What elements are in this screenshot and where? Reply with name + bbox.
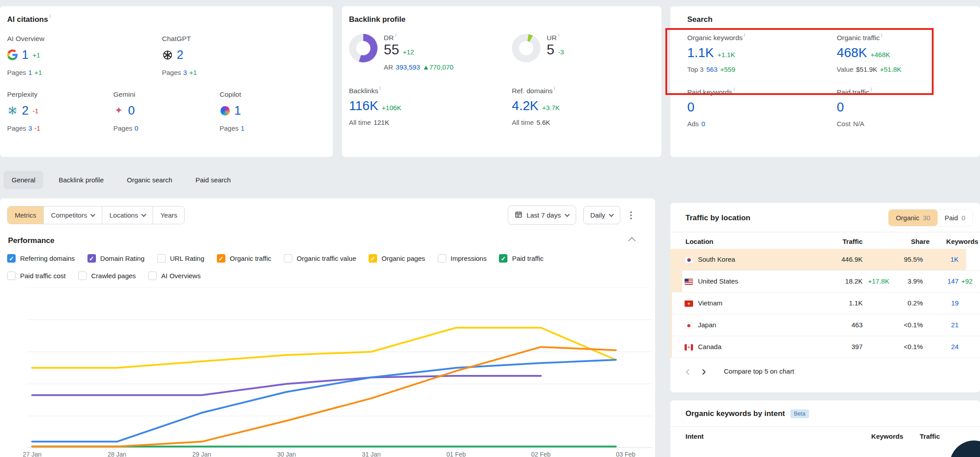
- backlinks-block: Backlinksi 116K+106K All time121K: [349, 87, 512, 126]
- dr-donut-chart: [349, 34, 378, 62]
- flag-south-korea-icon: [685, 257, 693, 263]
- ads-count[interactable]: 0: [702, 120, 705, 128]
- ur-value: 5: [547, 42, 554, 58]
- locations-filter-button[interactable]: Locations: [102, 206, 153, 224]
- metric-toggles-row1: Referring domains Domain Rating URL Rati…: [7, 254, 648, 263]
- info-icon[interactable]: i: [558, 32, 559, 37]
- pages-count[interactable]: 0: [135, 124, 138, 132]
- checkbox-icon: [438, 254, 446, 263]
- info-icon[interactable]: i: [379, 85, 380, 91]
- ai-overview-value[interactable]: 1: [22, 48, 29, 62]
- gemini-stat: Gemini ✦ 0 Pages0: [113, 91, 220, 132]
- x-tick-label: 27 Jan: [23, 451, 42, 457]
- years-filter-button[interactable]: Years: [153, 206, 184, 224]
- paid-traffic-value[interactable]: 0: [837, 100, 844, 115]
- info-icon[interactable]: i: [395, 32, 396, 37]
- organic-keywords-value[interactable]: 1.1K: [687, 45, 714, 60]
- info-icon[interactable]: i: [871, 86, 872, 92]
- copilot-value[interactable]: 1: [234, 104, 241, 118]
- table-row-canada[interactable]: ✶ Canada 397 <0.1% 24: [670, 336, 980, 358]
- info-icon[interactable]: i: [554, 85, 555, 91]
- flag-japan-icon: [685, 322, 693, 329]
- metric-checkbox-url-rating[interactable]: URL Rating: [157, 254, 204, 263]
- performance-line-chart[interactable]: [27, 288, 652, 448]
- metric-checkbox-organic-pages[interactable]: Organic pages: [369, 254, 425, 263]
- column-location: Location: [685, 238, 714, 245]
- metric-checkbox-paid-traffic[interactable]: Paid traffic: [499, 254, 544, 263]
- share-bar: [670, 336, 672, 358]
- beta-badge: Beta: [790, 409, 809, 418]
- organic-traffic-value[interactable]: 468K: [837, 45, 867, 60]
- metric-checkbox-organic-traffic[interactable]: Organic traffic: [217, 254, 271, 263]
- chatgpt-value[interactable]: 2: [177, 48, 183, 62]
- compare-top5-link[interactable]: Compare top 5 on chart: [724, 367, 794, 375]
- x-tick-label: 29 Jan: [192, 451, 211, 457]
- competitors-filter-button[interactable]: Competitors: [43, 206, 102, 224]
- ref-domains-value[interactable]: 4.2K: [512, 99, 539, 113]
- pages-count[interactable]: 3: [183, 69, 187, 76]
- top3-value[interactable]: 563: [706, 66, 718, 73]
- pages-count[interactable]: 1: [29, 69, 32, 76]
- location-table-header: Location Traffic Share Keywords: [670, 232, 980, 249]
- table-row-south-korea[interactable]: South Korea 446.9K 95.5% 1K: [670, 249, 980, 271]
- x-tick-label: 30 Jan: [277, 451, 296, 457]
- table-row-united-states[interactable]: United States 18.2K +17.8K 3.9% 147 +92: [670, 271, 980, 292]
- search-title: Search: [687, 15, 973, 24]
- share-bar: [670, 271, 682, 292]
- organic-paid-toggle: Organic30 Paid0: [888, 209, 973, 226]
- paid-toggle-button[interactable]: Paid0: [938, 210, 972, 226]
- keywords-link[interactable]: 1K: [951, 255, 959, 263]
- backlink-profile-card: Backlink profile DRi 55+12 AR393,593▲770…: [342, 6, 661, 157]
- info-icon[interactable]: i: [881, 32, 882, 37]
- tab-backlink-profile[interactable]: Backlink profile: [50, 171, 112, 189]
- metric-checkbox-impressions[interactable]: Impressions: [438, 254, 487, 263]
- keywords-link[interactable]: 19: [951, 299, 959, 307]
- tab-paid-search[interactable]: Paid search: [187, 171, 239, 189]
- metrics-filter-button[interactable]: Metrics: [8, 206, 43, 224]
- traffic-by-location-title: Traffic by location: [685, 214, 750, 222]
- pager-prev-icon[interactable]: ‹: [685, 365, 690, 377]
- paid-keywords-value[interactable]: 0: [687, 100, 694, 115]
- keywords-by-intent-title: Organic keywords by intent: [685, 409, 785, 418]
- checkbox-icon: [7, 272, 16, 280]
- organic-keywords-block: Organic keywordsi 1.1K+1.1K Top 3563+559: [687, 34, 837, 73]
- gemini-value[interactable]: 0: [128, 104, 135, 118]
- metric-checkbox-crawled-pages[interactable]: Crawled pages: [78, 272, 136, 280]
- perplexity-stat: Perplexity 2 -1 Pages3-1: [7, 91, 113, 132]
- more-options-menu[interactable]: [627, 209, 635, 222]
- pages-count[interactable]: 3: [29, 124, 32, 132]
- column-traffic: Traffic: [920, 432, 940, 440]
- metric-checkbox-organic-traffic-value[interactable]: Organic traffic value: [284, 254, 356, 263]
- info-icon[interactable]: i: [50, 13, 50, 19]
- tab-general[interactable]: General: [4, 171, 43, 189]
- pager-next-icon[interactable]: ›: [702, 365, 706, 377]
- backlinks-value[interactable]: 116K: [349, 99, 378, 113]
- date-range-button[interactable]: Last 7 days: [508, 206, 576, 225]
- column-traffic: Traffic: [843, 238, 863, 245]
- info-icon[interactable]: i: [734, 86, 735, 92]
- flag-united-states-icon: [685, 279, 693, 285]
- dr-value: 55: [384, 42, 399, 58]
- pages-count[interactable]: 1: [241, 124, 245, 132]
- table-row-japan[interactable]: Japan 463 <0.1% 21: [670, 314, 980, 336]
- organic-traffic-block: Organic traffici 468K+468K Value$51.9K+5…: [837, 34, 973, 73]
- info-icon[interactable]: i: [744, 32, 745, 37]
- ahrefs-rank-value[interactable]: 393,593: [396, 63, 420, 71]
- checkbox-icon: [157, 254, 166, 263]
- tab-organic-search[interactable]: Organic search: [119, 171, 180, 189]
- keywords-link[interactable]: 24: [951, 343, 959, 350]
- keywords-link[interactable]: 21: [951, 321, 959, 329]
- column-share: Share: [911, 238, 930, 245]
- checkbox-icon: [148, 272, 157, 280]
- granularity-button[interactable]: Daily: [583, 206, 620, 224]
- keywords-link[interactable]: 147: [947, 277, 959, 285]
- metric-checkbox-domain-rating[interactable]: Domain Rating: [87, 254, 145, 263]
- metric-checkbox-referring-domains[interactable]: Referring domains: [7, 254, 75, 263]
- collapse-chevron-icon[interactable]: [628, 237, 636, 245]
- perplexity-value[interactable]: 2: [22, 104, 29, 118]
- metric-checkbox-paid-traffic-cost[interactable]: Paid traffic cost: [7, 272, 66, 280]
- x-tick-label: 01 Feb: [446, 451, 466, 457]
- organic-toggle-button[interactable]: Organic30: [889, 210, 937, 226]
- metric-checkbox-ai-overviews[interactable]: AI Overviews: [148, 272, 200, 280]
- table-row-vietnam[interactable]: ★ Vietnam 1.1K 0.2% 19: [670, 292, 980, 314]
